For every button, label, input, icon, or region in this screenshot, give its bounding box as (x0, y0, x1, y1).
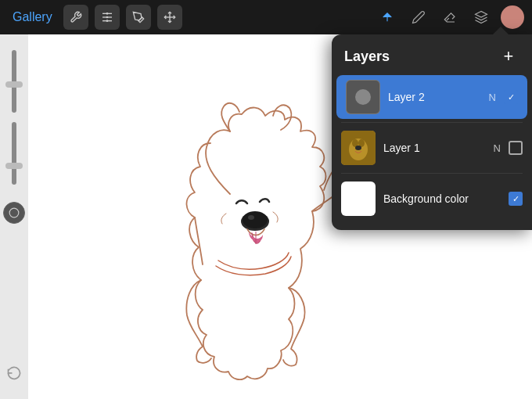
svg-marker-8 (476, 12, 487, 18)
layer-item-layer2[interactable]: Layer 2 N (336, 75, 527, 119)
avatar[interactable] (501, 5, 524, 29)
bg-color-name: Background color (383, 192, 501, 205)
layers-header: Layers + (332, 34, 532, 75)
brush-style-icon[interactable] (126, 5, 151, 30)
svg-point-18 (355, 146, 361, 150)
left-sidebar (0, 34, 28, 399)
layer2-blend: N (489, 92, 496, 103)
undo-button[interactable] (3, 361, 25, 383)
layer2-thumbnail (346, 80, 380, 114)
layer1-name: Layer 1 (383, 142, 486, 154)
layer1-thumb-svg (341, 131, 376, 165)
toolbar-right (376, 5, 524, 29)
layer-item-bg[interactable]: Background color (332, 177, 532, 221)
gallery-button[interactable]: Gallery (8, 7, 57, 27)
svg-point-11 (243, 211, 268, 228)
transform-icon[interactable] (157, 5, 182, 30)
svg-point-9 (9, 208, 19, 217)
brush-size-thumb[interactable] (5, 81, 23, 88)
brush-opacity-slider[interactable] (12, 122, 16, 185)
layer-divider-1 (341, 122, 523, 123)
layer1-thumbnail (341, 131, 376, 165)
pen-icon[interactable] (376, 5, 399, 29)
layers-stack-icon[interactable] (469, 5, 493, 29)
bg-color-thumbnail (341, 182, 376, 216)
bg-visibility-checkbox[interactable] (509, 192, 523, 206)
pencil-icon[interactable] (407, 5, 430, 29)
layer1-visibility-checkbox[interactable] (509, 141, 523, 155)
svg-point-12 (248, 215, 254, 220)
brush-opacity-thumb[interactable] (5, 163, 23, 169)
layer-divider-2 (341, 173, 523, 174)
eraser-icon[interactable] (438, 5, 462, 29)
layer2-visibility-checkbox[interactable] (504, 90, 518, 104)
brush-size-slider[interactable] (12, 50, 16, 113)
toolbar-left: Gallery (8, 5, 182, 30)
layer1-blend: N (494, 142, 501, 154)
layers-panel: Layers + Layer 2 N Layer 1 N (332, 34, 532, 230)
adjustments-icon[interactable] (95, 5, 120, 30)
color-picker-btn[interactable] (3, 202, 25, 224)
layer-item-layer1[interactable]: Layer 1 N (332, 126, 532, 170)
layers-title: Layers (344, 49, 390, 65)
add-layer-button[interactable]: + (498, 45, 519, 67)
wrench-icon[interactable] (63, 5, 88, 30)
toolbar: Gallery (0, 0, 532, 34)
layer2-name: Layer 2 (388, 91, 481, 103)
